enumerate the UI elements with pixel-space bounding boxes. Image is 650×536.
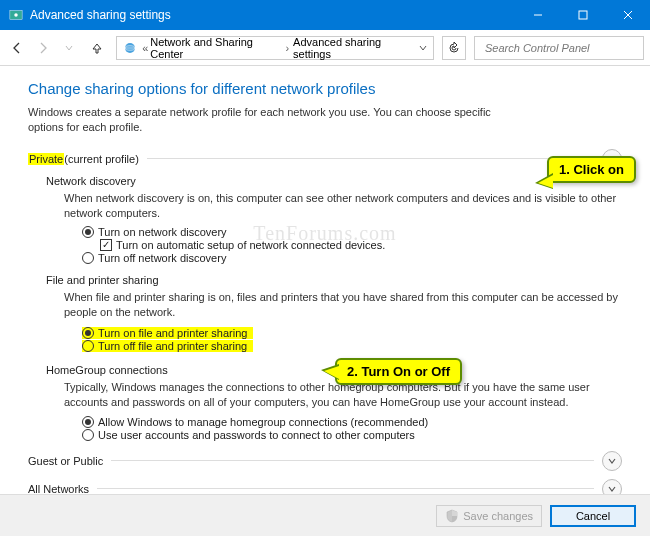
- divider: [147, 158, 594, 159]
- maximize-button[interactable]: [560, 0, 605, 30]
- window-title: Advanced sharing settings: [30, 8, 515, 22]
- svg-point-1: [14, 13, 18, 17]
- page-description: Windows creates a separate network profi…: [28, 105, 622, 135]
- shield-icon: [445, 509, 459, 523]
- radio-icon: [82, 429, 94, 441]
- titlebar: Advanced sharing settings: [0, 0, 650, 30]
- breadcrumb-item[interactable]: Advanced sharing settings: [293, 36, 415, 60]
- annotation-callout-2: 2. Turn On or Off: [335, 358, 462, 385]
- annotation-callout-1: 1. Click on: [547, 156, 636, 183]
- radio-icon: [82, 416, 94, 428]
- section-header-guest[interactable]: Guest or Public: [28, 451, 622, 471]
- fps-desc: When file and printer sharing is on, fil…: [64, 290, 622, 320]
- cancel-button[interactable]: Cancel: [550, 505, 636, 527]
- radio-icon: [82, 226, 94, 238]
- window-controls: [515, 0, 650, 30]
- radio-hg-allow[interactable]: Allow Windows to manage homegroup connec…: [82, 416, 622, 428]
- close-button[interactable]: [605, 0, 650, 30]
- section-header-all[interactable]: All Networks: [28, 479, 622, 494]
- save-changes-button[interactable]: Save changes: [436, 505, 542, 527]
- section-label-guest: Guest or Public: [28, 455, 103, 467]
- search-input[interactable]: Search Control Panel: [474, 36, 644, 60]
- nd-desc: When network discovery is on, this compu…: [64, 191, 622, 221]
- refresh-button[interactable]: [442, 36, 466, 60]
- breadcrumb-back-chevron-icon[interactable]: «: [142, 42, 148, 54]
- content-area: TenForums.com Change sharing options for…: [0, 66, 650, 494]
- section-label-private: Private: [28, 153, 64, 165]
- breadcrumb-item[interactable]: Network and Sharing Center: [150, 36, 281, 60]
- search-placeholder: Search Control Panel: [485, 42, 590, 54]
- forward-button[interactable]: [32, 37, 54, 59]
- back-button[interactable]: [6, 37, 28, 59]
- checkbox-nd-auto[interactable]: ✓ Turn on automatic setup of network con…: [100, 239, 622, 251]
- control-panel-icon: [8, 7, 24, 23]
- recent-dropdown-icon[interactable]: [58, 37, 80, 59]
- radio-hg-user[interactable]: Use user accounts and passwords to conne…: [82, 429, 622, 441]
- divider: [111, 460, 594, 461]
- radio-icon: [82, 327, 94, 339]
- radio-icon: [82, 252, 94, 264]
- expand-toggle-guest[interactable]: [602, 451, 622, 471]
- radio-fps-off[interactable]: Turn off file and printer sharing: [82, 340, 253, 352]
- fps-title: File and printer sharing: [46, 274, 622, 286]
- breadcrumb[interactable]: « Network and Sharing Center › Advanced …: [116, 36, 434, 60]
- svg-rect-3: [579, 11, 587, 19]
- subsection-file-printer-sharing: File and printer sharing When file and p…: [46, 274, 622, 354]
- section-header-private[interactable]: Private (current profile): [28, 149, 622, 169]
- section-suffix-private: (current profile): [64, 153, 139, 165]
- navbar: « Network and Sharing Center › Advanced …: [0, 30, 650, 66]
- radio-fps-on[interactable]: Turn on file and printer sharing: [82, 327, 253, 339]
- up-button[interactable]: [86, 37, 108, 59]
- network-center-icon: [122, 40, 137, 56]
- radio-nd-off[interactable]: Turn off network discovery: [82, 252, 622, 264]
- bottom-bar: Save changes Cancel: [0, 494, 650, 536]
- chevron-right-icon: ›: [285, 42, 289, 54]
- radio-nd-on[interactable]: Turn on network discovery: [82, 226, 622, 238]
- checkbox-icon: ✓: [100, 239, 112, 251]
- minimize-button[interactable]: [515, 0, 560, 30]
- page-title: Change sharing options for different net…: [28, 80, 622, 97]
- expand-toggle-all[interactable]: [602, 479, 622, 494]
- radio-icon: [82, 340, 94, 352]
- breadcrumb-dropdown-icon[interactable]: [415, 42, 431, 54]
- divider: [97, 488, 594, 489]
- section-label-all: All Networks: [28, 483, 89, 494]
